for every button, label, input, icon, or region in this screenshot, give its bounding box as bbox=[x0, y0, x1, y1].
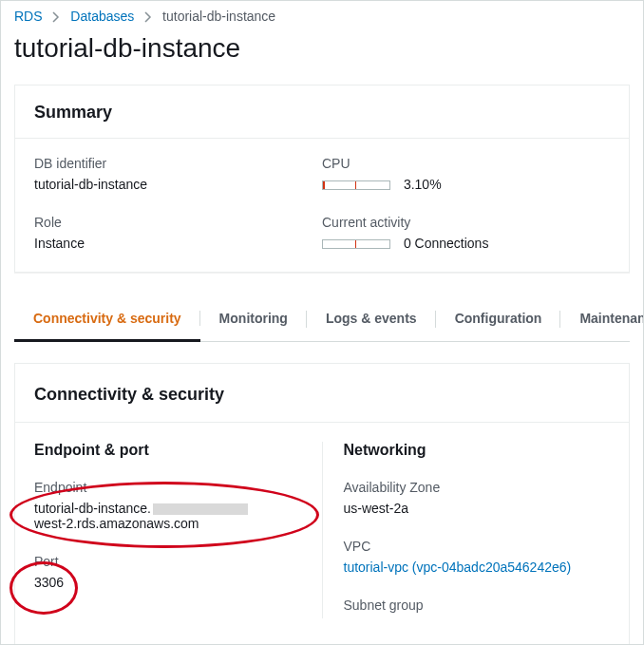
tab-logs-events[interactable]: Logs & events bbox=[307, 297, 436, 341]
breadcrumb-root[interactable]: RDS bbox=[14, 9, 43, 24]
cpu-value: 3.10% bbox=[404, 177, 442, 192]
db-identifier-label: DB identifier bbox=[34, 156, 322, 171]
summary-heading: Summary bbox=[15, 85, 629, 139]
endpoint-prefix: tutorial-db-instance. bbox=[34, 501, 151, 516]
tabs: Connectivity & security Monitoring Logs … bbox=[14, 297, 630, 342]
vpc-link[interactable]: tutorial-vpc (vpc-04badc20a546242e6) bbox=[344, 560, 572, 575]
chevron-right-icon bbox=[144, 11, 152, 23]
endpoint-label: Endpoint bbox=[34, 480, 301, 495]
tab-maintenance[interactable]: Maintenan bbox=[560, 297, 644, 341]
cpu-meter bbox=[322, 180, 390, 190]
page-title: tutorial-db-instance bbox=[14, 33, 630, 64]
subnet-label: Subnet group bbox=[344, 598, 611, 613]
db-identifier-value: tutorial-db-instance bbox=[34, 177, 322, 192]
summary-panel: Summary DB identifier tutorial-db-instan… bbox=[14, 85, 630, 273]
tab-connectivity-security[interactable]: Connectivity & security bbox=[14, 297, 200, 342]
networking-title: Networking bbox=[344, 442, 611, 459]
endpoint-suffix: west-2.rds.amazonaws.com bbox=[34, 516, 199, 531]
breadcrumb-current: tutorial-db-instance bbox=[162, 9, 275, 24]
port-value: 3306 bbox=[34, 575, 301, 590]
connectivity-heading: Connectivity & security bbox=[15, 364, 629, 423]
column-divider bbox=[322, 442, 323, 618]
breadcrumb-databases[interactable]: Databases bbox=[70, 9, 134, 24]
role-value: Instance bbox=[34, 236, 322, 251]
redacted-block bbox=[153, 503, 248, 515]
endpoint-value: tutorial-db-instance. west-2.rds.amazona… bbox=[34, 501, 301, 531]
activity-value: 0 Connections bbox=[404, 236, 489, 251]
tab-configuration[interactable]: Configuration bbox=[436, 297, 561, 341]
activity-meter bbox=[322, 239, 390, 249]
activity-label: Current activity bbox=[322, 215, 610, 230]
role-label: Role bbox=[34, 215, 322, 230]
az-label: Availability Zone bbox=[344, 480, 611, 495]
port-label: Port bbox=[34, 554, 301, 569]
endpoint-port-title: Endpoint & port bbox=[34, 442, 301, 459]
vpc-label: VPC bbox=[344, 539, 611, 554]
cpu-label: CPU bbox=[322, 156, 610, 171]
tab-monitoring[interactable]: Monitoring bbox=[200, 297, 307, 341]
breadcrumb: RDS Databases tutorial-db-instance bbox=[1, 9, 643, 29]
chevron-right-icon bbox=[52, 11, 60, 23]
az-value: us-west-2a bbox=[344, 501, 611, 516]
connectivity-panel: Connectivity & security Endpoint & port … bbox=[14, 363, 630, 645]
